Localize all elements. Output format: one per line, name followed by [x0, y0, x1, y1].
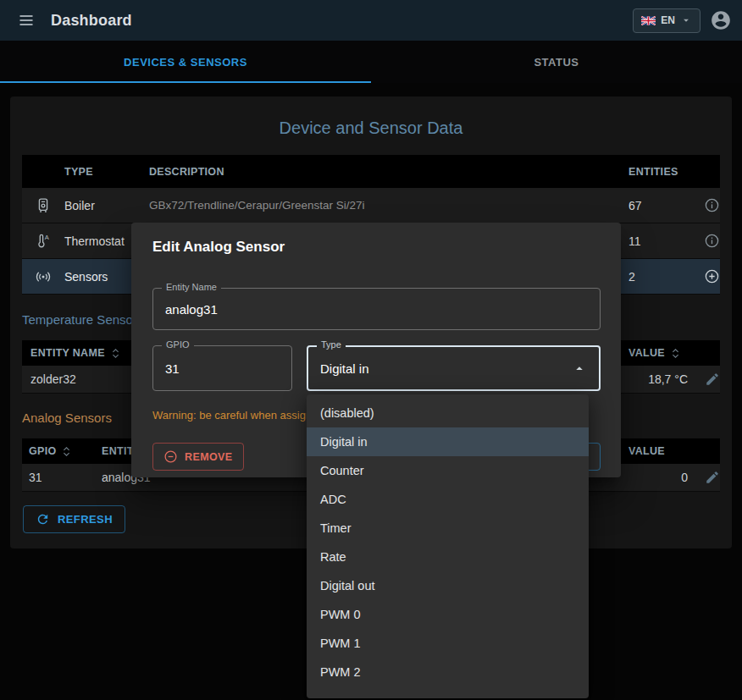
- analog-sensors-heading: Analog Sensors: [22, 411, 112, 425]
- edit-icon[interactable]: [688, 372, 720, 387]
- tab-status[interactable]: STATUS: [371, 41, 742, 83]
- menu-item-adc[interactable]: ADC: [307, 485, 589, 514]
- tab-status-label: STATUS: [534, 56, 579, 69]
- header-value[interactable]: VALUE: [628, 445, 688, 457]
- gpio-field[interactable]: GPIO 31: [152, 345, 292, 391]
- hamburger-icon: [18, 12, 35, 29]
- refresh-label: REFRESH: [58, 513, 113, 526]
- remove-label: REMOVE: [185, 451, 233, 463]
- section-title: Device and Sensor Data: [10, 119, 732, 138]
- device-type: Boiler: [64, 199, 149, 212]
- menu-item-pwm1[interactable]: PWM 1: [307, 629, 589, 658]
- app-bar: Dashboard EN: [0, 0, 742, 41]
- sort-icon: [60, 445, 73, 458]
- entity-name-value: analog31: [165, 302, 218, 317]
- uk-flag-icon: [641, 16, 656, 25]
- sort-icon: [669, 347, 682, 360]
- boiler-icon: [22, 197, 64, 214]
- active-tab-indicator: [0, 81, 371, 83]
- entity-name-field[interactable]: Entity Name analog31: [152, 288, 601, 330]
- language-selector[interactable]: EN: [633, 8, 700, 33]
- header-entities: ENTITIES: [628, 166, 688, 178]
- sort-icon: [109, 347, 122, 360]
- temperature-sensors-heading: Temperature Sensors: [22, 312, 143, 327]
- type-select[interactable]: Type Digital in: [307, 345, 601, 391]
- header-value[interactable]: VALUE: [628, 347, 688, 360]
- info-icon[interactable]: [688, 197, 720, 213]
- sensor-value: 18,7 °C: [628, 372, 688, 386]
- remove-button[interactable]: REMOVE: [152, 443, 244, 471]
- remove-circle-icon: [163, 449, 178, 464]
- language-label: EN: [661, 14, 675, 26]
- device-description: GBx72/Trendline/Cerapur/Greenstar Si/27i: [149, 199, 628, 212]
- svg-text:A: A: [45, 233, 49, 240]
- tab-devices-label: DEVICES & SENSORS: [124, 56, 247, 69]
- menu-item-timer[interactable]: Timer: [307, 514, 589, 543]
- analog-gpio: 31: [22, 471, 102, 484]
- sensors-icon: [22, 268, 64, 285]
- table-row-boiler[interactable]: Boiler GBx72/Trendline/Cerapur/Greenstar…: [22, 188, 720, 223]
- menu-item-rate[interactable]: Rate: [307, 543, 589, 571]
- refresh-icon: [36, 512, 50, 526]
- info-icon[interactable]: [688, 233, 720, 249]
- edit-icon[interactable]: [688, 470, 720, 485]
- header-type: TYPE: [64, 166, 149, 178]
- tab-devices-sensors[interactable]: DEVICES & SENSORS: [0, 41, 371, 83]
- device-entities-count: 11: [628, 234, 688, 248]
- refresh-button[interactable]: REFRESH: [23, 505, 125, 533]
- screen: Dashboard EN: [0, 0, 742, 700]
- device-entities-count: 2: [628, 270, 688, 284]
- menu-item-counter[interactable]: Counter: [307, 456, 589, 485]
- device-table-header: TYPE DESCRIPTION ENTITIES: [22, 155, 720, 188]
- chevron-down-icon: [680, 14, 692, 26]
- type-value: Digital in: [320, 361, 369, 376]
- type-label: Type: [317, 339, 346, 350]
- menu-item-pwm0[interactable]: PWM 0: [307, 600, 589, 629]
- type-dropdown-menu: (disabled) Digital in Counter ADC Timer …: [307, 394, 589, 698]
- menu-item-digital-in[interactable]: Digital in: [307, 427, 589, 456]
- gpio-value: 31: [165, 361, 180, 376]
- menu-item-digital-out[interactable]: Digital out: [307, 571, 589, 600]
- user-avatar[interactable]: [710, 9, 732, 31]
- menu-item-pwm2[interactable]: PWM 2: [307, 658, 589, 686]
- dialog-title: Edit Analog Sensor: [131, 223, 621, 256]
- appbar-actions: EN: [633, 8, 732, 33]
- menu-button[interactable]: [10, 4, 42, 36]
- device-entities-count: 67: [628, 199, 688, 212]
- analog-value: 0: [628, 471, 688, 484]
- page-title: Dashboard: [51, 12, 132, 30]
- gpio-label: GPIO: [162, 339, 194, 350]
- add-sensor-icon[interactable]: [688, 268, 720, 284]
- menu-item-disabled[interactable]: (disabled): [307, 399, 589, 427]
- chevron-up-icon: [572, 361, 587, 376]
- tab-bar: DEVICES & SENSORS STATUS: [0, 41, 742, 83]
- entity-name-label: Entity Name: [162, 282, 221, 292]
- header-gpio[interactable]: GPIO: [22, 445, 102, 458]
- thermostat-icon: A: [22, 233, 64, 250]
- header-description: DESCRIPTION: [149, 166, 628, 178]
